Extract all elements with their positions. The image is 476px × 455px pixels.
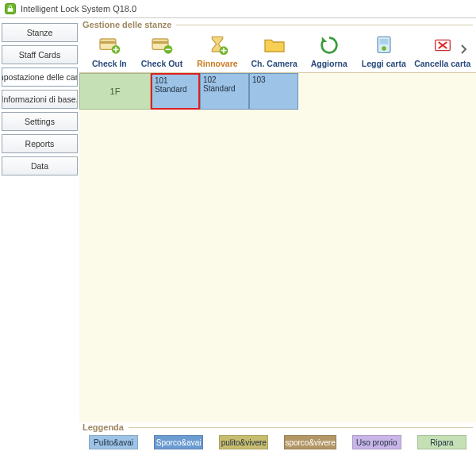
read-card-button[interactable]: Leggi carta [362,33,406,69]
toolbar-overflow-button[interactable] [459,40,470,58]
legend-swatch-dirty-live: sporco&vivere [284,435,336,449]
svg-rect-1 [100,41,116,44]
rooms-row: 1F 101 Standard 102 Standard 103 [79,73,476,110]
sidebar-item-label: Staff Cards [19,50,60,60]
room-cell-102[interactable]: 102 Standard [200,73,249,110]
tool-label: Cancella carta [414,60,470,69]
app-window: Intelligent Lock System Q18.0 Stanze Sta… [0,0,476,455]
change-room-button[interactable]: Ch. Camera [252,33,297,69]
room-number: 102 [203,75,246,84]
sidebar-item-data[interactable]: Data [2,156,78,175]
room-grid: 1F 101 Standard 102 Standard 103 [79,72,476,422]
folder-icon [262,33,287,58]
swatch-label: Pulito&avai [94,438,133,447]
sidebar-item-label: Data [31,161,48,171]
floor-cell[interactable]: 1F [79,73,151,110]
swatch-label: Uso proprio [356,438,397,447]
card-plus-icon [97,33,122,58]
card-reader-icon [371,33,397,58]
sidebar: Stanze Staff Cards Impostazione delle ca… [0,18,79,455]
refresh-icon [317,33,342,58]
legend-group: Leggenda Pulito&avai Sporco&avai pulito&… [79,422,476,455]
room-cell-101[interactable]: 101 Standard [151,73,200,110]
tool-label: Check Out [141,60,183,69]
sidebar-item-reports[interactable]: Reports [2,134,78,153]
sidebar-item-label: Informazioni di base. [2,94,78,104]
sidebar-item-informazioni[interactable]: Informazioni di base. [2,90,78,109]
group-title: Gestione delle stanze [83,20,473,29]
tool-label: Aggiorna [311,60,347,69]
legend-swatch-repair: Ripara [417,435,466,449]
svg-rect-8 [379,39,388,44]
tool-label: Rinnovare [197,60,237,69]
svg-rect-4 [152,41,168,44]
checkout-button[interactable]: Check Out [141,33,183,69]
main-panel: Gestione delle stanze [79,18,476,455]
legend-swatch-dirty-avail: Sporco&avai [154,435,203,449]
body: Stanze Staff Cards Impostazione delle ca… [0,18,476,455]
sidebar-item-label: Stanze [27,28,53,37]
sidebar-item-label: Impostazione delle carte [2,72,78,82]
floor-label: 1F [110,87,121,96]
sidebar-item-settings[interactable]: Settings [2,112,78,131]
legend-title: Leggenda [83,422,473,432]
swatch-label: sporco&vivere [285,438,335,447]
svg-point-9 [382,46,386,50]
swatch-label: Ripara [430,438,453,447]
group-rooms: Gestione delle stanze [83,20,473,69]
titlebar: Intelligent Lock System Q18.0 [0,0,476,17]
swatch-label: pulito&vivere [221,438,267,447]
app-title: Intelligent Lock System Q18.0 [21,4,136,13]
legend-swatch-own-use: Uso proprio [352,435,401,449]
room-cell-103[interactable]: 103 [249,73,298,110]
tool-label: Check In [92,60,127,69]
card-minus-icon [149,33,175,58]
room-number: 103 [252,75,295,84]
sidebar-item-staff-cards[interactable]: Staff Cards [2,45,78,64]
sidebar-item-label: Reports [25,139,55,148]
card-delete-icon [430,33,455,58]
room-type: Standard [155,85,196,94]
refresh-button[interactable]: Aggiorna [311,33,347,69]
sidebar-item-label: Settings [25,117,55,126]
legend-swatches: Pulito&avai Sporco&avai pulito&vivere sp… [83,432,473,449]
legend-swatch-clean-avail: Pulito&avai [89,435,138,449]
sidebar-item-impostazione-carte[interactable]: Impostazione delle carte [2,67,78,87]
sidebar-item-stanze[interactable]: Stanze [2,23,78,42]
hourglass-plus-icon [205,33,230,58]
toolbar: Check In [83,29,473,69]
swatch-label: Sporco&avai [156,438,202,447]
room-type: Standard [203,84,246,93]
checkin-button[interactable]: Check In [92,33,127,69]
renew-button[interactable]: Rinnovare [197,33,237,69]
app-icon [5,3,16,14]
tool-label: Leggi carta [362,60,406,69]
tool-label: Ch. Camera [251,60,297,69]
legend-swatch-clean-live: pulito&vivere [219,435,268,449]
room-number: 101 [155,76,196,85]
